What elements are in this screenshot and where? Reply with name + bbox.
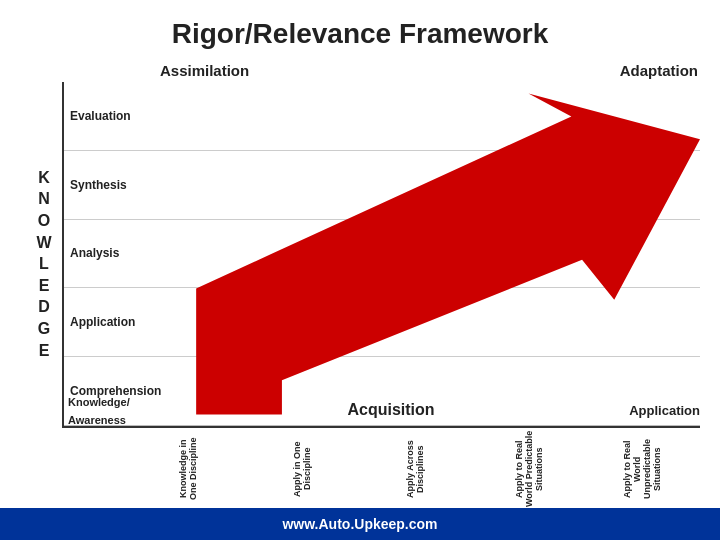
bottom-right-label: Application bbox=[629, 403, 700, 418]
bottom-center-label: Acquisition bbox=[347, 401, 434, 418]
row-evaluation: Evaluation bbox=[64, 82, 700, 151]
col-label-2: Apply in One Discipline bbox=[246, 430, 360, 508]
letter-e2: E bbox=[39, 340, 50, 362]
col-label-4: Apply to Real World Predictable Situatio… bbox=[473, 430, 587, 508]
row-application: Application bbox=[64, 288, 700, 357]
bottom-left-label: Knowledge/Awareness bbox=[68, 396, 130, 426]
row-synthesis: Synthesis bbox=[64, 151, 700, 220]
col-labels-area: Knowledge in One Discipline Apply in One… bbox=[132, 430, 700, 508]
knowledge-label: K N O W L E D G E bbox=[30, 100, 58, 428]
letter-g: G bbox=[38, 318, 50, 340]
col-label-text-5: Apply to Real World Unpredictable Situat… bbox=[623, 430, 663, 508]
letter-d: D bbox=[38, 296, 50, 318]
col-label-text-4: Apply to Real World Predictable Situatio… bbox=[515, 430, 545, 508]
letter-e: E bbox=[39, 275, 50, 297]
row-label-analysis: Analysis bbox=[64, 246, 164, 260]
col-label-1: Knowledge in One Discipline bbox=[132, 430, 246, 508]
letter-o: O bbox=[38, 210, 50, 232]
letter-k: K bbox=[38, 167, 50, 189]
col-label-text-2: Apply in One Discipline bbox=[293, 430, 313, 508]
row-label-synthesis: Synthesis bbox=[64, 178, 164, 192]
slide: Rigor/Relevance Framework Assimilation A… bbox=[0, 0, 720, 540]
col-label-text-1: Knowledge in One Discipline bbox=[179, 430, 199, 508]
row-analysis: Analysis bbox=[64, 220, 700, 289]
label-adaptation: Adaptation bbox=[620, 62, 698, 79]
page-title: Rigor/Relevance Framework bbox=[0, 0, 720, 60]
footer: www.Auto.Upkeep.com bbox=[0, 508, 720, 540]
footer-text: www.Auto.Upkeep.com bbox=[282, 516, 437, 532]
letter-n: N bbox=[38, 188, 50, 210]
letter-w: W bbox=[36, 232, 51, 254]
label-assimilation: Assimilation bbox=[160, 62, 249, 79]
col-label-3: Apply Across Disciplines bbox=[359, 430, 473, 508]
col-label-5: Apply to Real World Unpredictable Situat… bbox=[586, 430, 700, 508]
row-label-evaluation: Evaluation bbox=[64, 109, 164, 123]
row-label-application: Application bbox=[64, 315, 164, 329]
col-label-text-3: Apply Across Disciplines bbox=[406, 430, 426, 508]
letter-l: L bbox=[39, 253, 49, 275]
